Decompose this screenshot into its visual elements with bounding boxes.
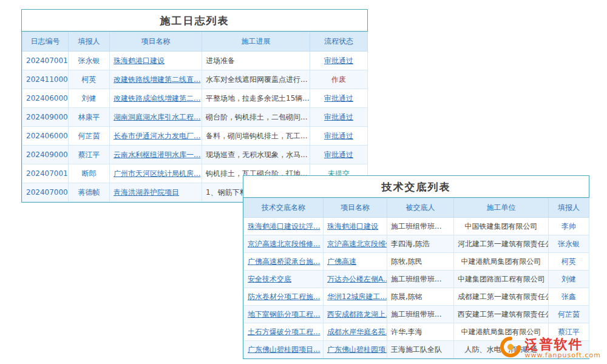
- tech-unit: 成都建工第一建筑有限责任公司: [454, 288, 549, 306]
- tech-col-reporter: 填报人: [549, 198, 589, 218]
- tech-name-link[interactable]: 地下室钢筋分项工程...: [244, 306, 324, 323]
- tech-name-link[interactable]: 珠海鹤港口建设抗浮...: [244, 218, 324, 235]
- log-reporter: 何芷茵: [69, 127, 110, 146]
- table-row: 广佛高速桥梁承台施... 广佛高速 陈牧,陈民 中建港航局集团有限公司 柯英: [244, 253, 589, 271]
- table-row: 防水卷材分项工程施... 华润12城房建工... 陈晨,陈铭 成都建工第一建筑有…: [244, 288, 589, 306]
- tech-recipient: 陈牧,陈民: [387, 253, 454, 271]
- log-header-row: 日志编号 填报人 项目名称 施工进展 流程状态: [22, 32, 368, 52]
- table-row: 2024060005 何芷茵 长春市伊通河水力发电厂... 备料，砌间墙钩机排土…: [22, 127, 368, 146]
- fanpu-swirl-icon: [500, 336, 521, 360]
- log-progress: 备料，砌间墙钩机排土，瓦工...: [202, 127, 310, 146]
- watermark-url: www.fanpusoft.com: [525, 352, 601, 359]
- tech-unit: 中建港航局集团有限公司: [454, 253, 549, 271]
- log-status[interactable]: 作废: [310, 70, 368, 89]
- tech-col-project: 项目名称: [324, 198, 387, 218]
- tech-name-link[interactable]: 土石方爆破分项工程...: [244, 323, 324, 341]
- tech-name-link[interactable]: 广东佛山碧桂园项目...: [244, 341, 324, 359]
- log-progress: 现场巡查，无积水现象，水马...: [202, 146, 310, 164]
- tech-reporter[interactable]: 刘健: [549, 271, 589, 288]
- log-project-link[interactable]: 湖南洞庭湖水库引水工程...: [110, 108, 202, 127]
- tech-recipient: 李四海,陈浩: [387, 235, 454, 253]
- log-id: 2024110002: [22, 70, 69, 89]
- log-id: 2024060005: [22, 127, 69, 146]
- tech-unit: 河北建工第一建筑有限责任公司: [454, 235, 549, 253]
- tech-project-link[interactable]: 京沪高速北京段维修: [324, 235, 387, 253]
- tech-table: 技术交底名称 项目名称 被交底人 施工单位 填报人 珠海鹤港口建设抗浮... 珠…: [243, 198, 589, 359]
- watermark-logo: 泛普软件 www.fanpusoft.com: [500, 336, 601, 360]
- tech-project-link[interactable]: 成都水岸华庭名苑...: [324, 323, 387, 341]
- log-project-link[interactable]: 改建铁路线增建第二线直...: [110, 70, 202, 89]
- tech-col-name: 技术交底名称: [244, 198, 324, 218]
- log-id: 2024090009: [22, 146, 69, 164]
- tech-recipient: 陈晨,陈铭: [387, 288, 454, 306]
- log-col-progress: 施工进展: [202, 32, 310, 52]
- log-reporter: 林康平: [69, 108, 110, 127]
- tech-unit: 中建集团路面工程有限公司: [454, 271, 549, 288]
- log-id: 2024070011: [22, 164, 69, 183]
- table-row: 2024110002 柯英 改建铁路线增建第二线直... 水车对全线遮阳网覆盖点…: [22, 70, 368, 89]
- log-progress: 水车对全线遮阳网覆盖点进行...: [202, 70, 310, 89]
- tech-recipient: 施工班组带班...: [387, 306, 454, 323]
- log-panel-title: 施工日志列表: [22, 10, 367, 32]
- log-status[interactable]: 审批通过: [310, 108, 368, 127]
- tech-col-unit: 施工单位: [454, 198, 549, 218]
- watermark-brand: 泛普软件: [525, 337, 601, 352]
- log-col-id: 日志编号: [22, 32, 69, 52]
- log-project-link[interactable]: 青海洪湖养护院项目: [110, 183, 202, 202]
- tech-recipient: 施工班组带班...: [387, 218, 454, 235]
- log-reporter: 张永银: [69, 52, 110, 70]
- log-reporter: 断郎: [69, 164, 110, 183]
- tech-name-link[interactable]: 安全技术交底: [244, 271, 324, 288]
- log-project-link[interactable]: 珠海鹤港口建设: [110, 52, 202, 70]
- tech-project-link[interactable]: 广佛高速: [324, 253, 387, 271]
- log-status[interactable]: 审批通过: [310, 52, 368, 70]
- tech-reporter[interactable]: 李帅: [549, 218, 589, 235]
- tech-project-link[interactable]: 西安成都路龙湖上...: [324, 306, 387, 323]
- log-col-reporter: 填报人: [69, 32, 110, 52]
- technical-disclosure-panel: 技术交底列表 技术交底名称 项目名称 被交底人 施工单位 填报人 珠海鹤港口建设…: [243, 175, 589, 359]
- tech-header-row: 技术交底名称 项目名称 被交底人 施工单位 填报人: [244, 198, 589, 218]
- log-id: 2024070009: [22, 183, 69, 202]
- tech-recipient: 许华,李海: [387, 323, 454, 341]
- log-status[interactable]: 审批通过: [310, 89, 368, 108]
- log-col-status: 流程状态: [310, 32, 368, 52]
- tech-recipient: 施工班组带班...: [387, 271, 454, 288]
- log-reporter: 柯英: [69, 70, 110, 89]
- log-progress: 砌台阶，钩机排土，二包砌间...: [202, 108, 310, 127]
- log-reporter: 蔡江平: [69, 146, 110, 164]
- tech-reporter[interactable]: 张永银: [549, 235, 589, 253]
- log-col-project: 项目名称: [110, 32, 202, 52]
- log-reporter: 刘健: [69, 89, 110, 108]
- log-status[interactable]: 审批通过: [310, 127, 368, 146]
- table-row: 2024060006 刘健 改建铁路成渝线增建第二... 平整场地，拉走多余泥土…: [22, 89, 368, 108]
- log-id: 2024090009: [22, 108, 69, 127]
- tech-unit: 西安建工第一建筑有限责任公司: [454, 306, 549, 323]
- tech-project-link[interactable]: 万达办公楼左侧A...: [324, 271, 387, 288]
- tech-name-link[interactable]: 广佛高速桥梁承台施...: [244, 253, 324, 271]
- tech-project-link[interactable]: 广东佛山碧桂园项目: [324, 341, 387, 359]
- log-id: 2024070011: [22, 52, 69, 70]
- tech-name-link[interactable]: 京沪高速北京段维修...: [244, 235, 324, 253]
- tech-reporter[interactable]: 何芷茵: [549, 306, 589, 323]
- log-project-link[interactable]: 改建铁路成渝线增建第二...: [110, 89, 202, 108]
- log-project-link[interactable]: 长春市伊通河水力发电厂...: [110, 127, 202, 146]
- tech-reporter[interactable]: 柯英: [549, 253, 589, 271]
- tech-reporter[interactable]: 张鑫: [549, 288, 589, 306]
- table-row: 安全技术交底 万达办公楼左侧A... 施工班组带班... 中建集团路面工程有限公…: [244, 271, 589, 288]
- tech-project-link[interactable]: 华润12城房建工...: [324, 288, 387, 306]
- log-reporter: 蒋德帧: [69, 183, 110, 202]
- tech-name-link[interactable]: 防水卷材分项工程施...: [244, 288, 324, 306]
- log-project-link[interactable]: 广州市天河区统计局机房...: [110, 164, 202, 183]
- construction-log-panel: 施工日志列表 日志编号 填报人 项目名称 施工进展 流程状态 202407001…: [21, 9, 368, 203]
- tech-panel-title: 技术交底列表: [243, 176, 589, 198]
- tech-unit: 中国铁建集团有限公司: [454, 218, 549, 235]
- log-progress: 进场准备: [202, 52, 310, 70]
- table-row: 珠海鹤港口建设抗浮... 珠海鹤港口建设 施工班组带班... 中国铁建集团有限公…: [244, 218, 589, 235]
- log-status[interactable]: 审批通过: [310, 146, 368, 164]
- table-row: 2024090009 林康平 湖南洞庭湖水库引水工程... 砌台阶，钩机排土，二…: [22, 108, 368, 127]
- tech-recipient: 王海施工队全队: [387, 341, 454, 359]
- table-row: 2024090009 蔡江平 云南水利枢纽潜明水库一... 现场巡查，无积水现象…: [22, 146, 368, 164]
- log-project-link[interactable]: 云南水利枢纽潜明水库一...: [110, 146, 202, 164]
- tech-col-recipient: 被交底人: [387, 198, 454, 218]
- tech-project-link[interactable]: 珠海鹤港口建设: [324, 218, 387, 235]
